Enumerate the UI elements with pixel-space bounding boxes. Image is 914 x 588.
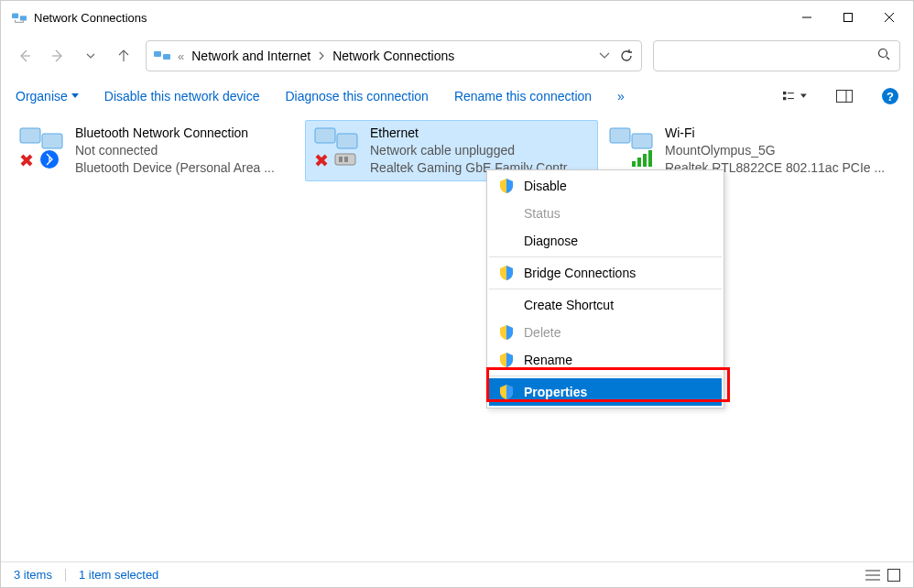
svg-rect-32 xyxy=(648,150,652,167)
connection-status: MountOlympus_5G xyxy=(665,142,887,159)
shield-icon xyxy=(498,324,515,341)
help-button[interactable]: ? xyxy=(882,88,898,104)
content-area: Bluetooth Network Connection Not connect… xyxy=(1,114,913,561)
close-button[interactable] xyxy=(868,3,909,32)
location-icon xyxy=(154,49,170,63)
back-button[interactable] xyxy=(14,45,36,67)
search-box[interactable] xyxy=(653,40,900,71)
chevron-down-icon[interactable] xyxy=(599,52,610,60)
organise-menu[interactable]: Organise xyxy=(16,89,79,103)
svg-rect-1 xyxy=(20,16,27,20)
connection-name: Bluetooth Network Connection xyxy=(75,125,297,142)
rename-connection-button[interactable]: Rename this connection xyxy=(454,89,592,103)
up-button[interactable] xyxy=(113,45,135,67)
svg-rect-25 xyxy=(339,157,343,162)
refresh-icon[interactable] xyxy=(619,49,634,63)
ctx-shortcut[interactable]: Create Shortcut xyxy=(489,291,722,319)
connection-item-bluetooth[interactable]: Bluetooth Network Connection Not connect… xyxy=(10,120,303,181)
preview-pane-button[interactable] xyxy=(832,84,856,108)
svg-rect-3 xyxy=(843,14,852,22)
ctx-properties[interactable]: Properties xyxy=(489,378,722,406)
caret-down-icon xyxy=(71,93,79,99)
svg-rect-14 xyxy=(783,97,786,100)
connection-name: Ethernet xyxy=(370,125,592,142)
svg-rect-30 xyxy=(637,158,641,167)
view-options-button[interactable] xyxy=(783,84,807,108)
ctx-status: Status xyxy=(489,200,722,227)
titlebar: Network Connections xyxy=(1,1,913,34)
ctx-rename[interactable]: Rename xyxy=(489,346,722,374)
ctx-disable[interactable]: Disable xyxy=(489,172,722,200)
ctx-bridge[interactable]: Bridge Connections xyxy=(489,259,722,287)
connection-status: Not connected xyxy=(75,142,297,159)
forward-button[interactable] xyxy=(47,45,69,67)
connection-name: Wi-Fi xyxy=(665,125,887,142)
diagnose-connection-button[interactable]: Diagnose this connection xyxy=(285,89,428,103)
statusbar: 3 items 1 item selected xyxy=(1,561,913,587)
svg-rect-10 xyxy=(163,54,170,60)
separator xyxy=(65,569,66,582)
svg-rect-20 xyxy=(42,134,62,148)
shield-icon xyxy=(498,265,515,281)
disable-device-button[interactable]: Disable this network device xyxy=(104,89,260,103)
recent-dropdown[interactable] xyxy=(80,45,102,67)
breadcrumb-prefix: « xyxy=(178,49,184,63)
ethernet-connection-icon xyxy=(311,125,363,170)
window-title: Network Connections xyxy=(34,11,786,25)
svg-rect-22 xyxy=(315,128,335,143)
list-view-icon[interactable] xyxy=(865,569,880,582)
svg-rect-0 xyxy=(12,14,18,18)
context-menu: Disable Status Diagnose Bridge Connectio… xyxy=(486,169,724,408)
svg-rect-9 xyxy=(154,51,161,57)
toolbar: Organise Disable this network device Dia… xyxy=(1,78,913,114)
ctx-diagnose[interactable]: Diagnose xyxy=(489,227,722,255)
svg-rect-27 xyxy=(610,128,630,143)
svg-rect-31 xyxy=(643,154,647,167)
shield-icon xyxy=(498,178,515,194)
svg-rect-19 xyxy=(20,128,40,143)
svg-rect-13 xyxy=(783,92,786,94)
svg-rect-26 xyxy=(344,157,348,162)
breadcrumb-segment[interactable]: Network Connections xyxy=(332,49,454,63)
svg-rect-28 xyxy=(632,134,652,148)
status-items-count: 3 items xyxy=(14,568,52,582)
window-controls xyxy=(786,3,909,32)
svg-rect-29 xyxy=(632,161,636,167)
minimize-button[interactable] xyxy=(786,3,827,32)
address-bar[interactable]: « Network and Internet Network Connectio… xyxy=(146,40,642,71)
toolbar-overflow-button[interactable]: » xyxy=(617,89,625,103)
status-selected-count: 1 item selected xyxy=(79,568,158,582)
svg-rect-23 xyxy=(337,134,357,148)
chevron-right-icon xyxy=(318,51,325,60)
separator xyxy=(489,289,722,289)
wifi-connection-icon xyxy=(606,125,658,170)
connection-status: Network cable unplugged xyxy=(370,142,592,159)
shield-icon xyxy=(498,352,515,368)
svg-rect-36 xyxy=(888,569,900,581)
nav-bar: « Network and Internet Network Connectio… xyxy=(1,34,913,78)
search-icon xyxy=(877,48,890,64)
ctx-delete: Delete xyxy=(489,319,722,346)
shield-icon xyxy=(498,384,515,400)
breadcrumb-segment[interactable]: Network and Internet xyxy=(191,49,310,63)
connection-device: Bluetooth Device (Personal Area ... xyxy=(75,159,297,177)
separator xyxy=(489,256,722,257)
svg-line-12 xyxy=(887,57,889,60)
large-icons-view-icon[interactable] xyxy=(887,569,900,582)
svg-point-11 xyxy=(879,49,887,58)
svg-rect-17 xyxy=(837,91,853,103)
network-connections-window: Network Connections « Network and Intern… xyxy=(0,0,914,588)
caret-down-icon xyxy=(800,93,807,99)
app-icon xyxy=(12,11,27,24)
maximize-button[interactable] xyxy=(827,3,868,32)
bluetooth-connection-icon xyxy=(16,125,68,170)
separator xyxy=(489,376,722,376)
